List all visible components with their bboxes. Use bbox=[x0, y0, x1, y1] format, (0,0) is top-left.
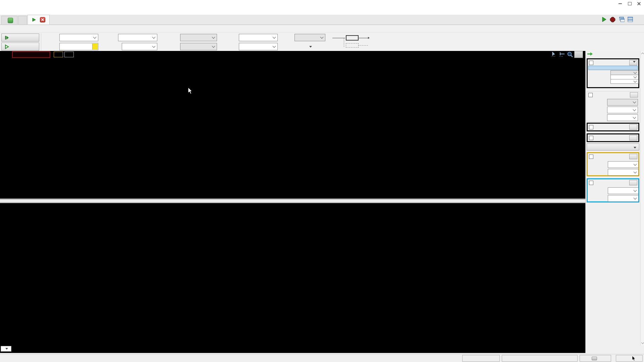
chevron-down-icon bbox=[634, 196, 637, 200]
network-play-icon bbox=[32, 18, 36, 22]
tile-windows-button[interactable] bbox=[626, 16, 634, 23]
close-button[interactable] bbox=[635, 1, 643, 7]
tab-network1[interactable] bbox=[28, 15, 50, 24]
relative-to-ref-option[interactable] bbox=[588, 66, 638, 70]
plot-header bbox=[0, 51, 585, 58]
title-bar bbox=[0, 0, 644, 7]
tile-icon bbox=[627, 17, 633, 22]
device-icon bbox=[592, 357, 597, 360]
channel2-offset-select[interactable] bbox=[608, 187, 639, 194]
run-button[interactable] bbox=[1, 43, 39, 51]
chevron-down-icon bbox=[633, 116, 636, 119]
sidebar-scrollbar[interactable] bbox=[640, 51, 644, 346]
decade-select[interactable] bbox=[122, 43, 157, 50]
stop-select[interactable] bbox=[59, 43, 98, 50]
chevron-down-icon bbox=[320, 36, 324, 39]
device-button[interactable] bbox=[502, 355, 578, 362]
pointer-tool-button[interactable] bbox=[551, 51, 558, 57]
chevron-down-icon bbox=[634, 75, 637, 78]
zoom-tool-button[interactable] bbox=[567, 51, 574, 57]
scroll-up-icon[interactable] bbox=[641, 53, 644, 55]
tab-close-icon[interactable] bbox=[40, 17, 45, 22]
chevron-down-icon bbox=[634, 147, 636, 148]
channel1-checkbox[interactable] bbox=[589, 155, 593, 159]
channel2-settings-button[interactable] bbox=[629, 180, 637, 185]
channel-sidebar bbox=[585, 51, 644, 353]
chevron-down-icon bbox=[152, 36, 156, 39]
tab-welcome[interactable] bbox=[1, 16, 17, 24]
amplitude-select[interactable] bbox=[239, 34, 278, 41]
custom-one-settings-button[interactable] bbox=[629, 124, 637, 130]
dut-dashed-wire bbox=[344, 38, 344, 47]
chevron-down-icon bbox=[634, 189, 637, 192]
offset-select[interactable] bbox=[239, 43, 278, 50]
tab-help[interactable] bbox=[18, 16, 27, 24]
bode-plot-area[interactable] bbox=[0, 51, 585, 353]
mouse-cursor bbox=[188, 87, 193, 95]
custom-one-checkbox[interactable] bbox=[589, 125, 593, 129]
options-dropdown-icon[interactable] bbox=[309, 46, 312, 48]
channel1-offset-select[interactable] bbox=[608, 161, 639, 168]
channel2-gain-select[interactable] bbox=[608, 195, 639, 202]
plot-settings-button[interactable] bbox=[574, 51, 583, 58]
run-all-button[interactable] bbox=[600, 16, 608, 23]
minimize-icon bbox=[619, 3, 622, 4]
steps-select[interactable] bbox=[118, 34, 157, 41]
toolbar-separator bbox=[41, 33, 41, 51]
app-options-button[interactable] bbox=[635, 16, 643, 23]
mouse-cursor-2 bbox=[632, 356, 636, 361]
custom-two-settings-button[interactable] bbox=[629, 135, 637, 140]
tab-bar bbox=[0, 15, 644, 25]
close-icon bbox=[637, 2, 641, 5]
magnitude-checkbox[interactable] bbox=[589, 61, 593, 65]
chevron-down-icon bbox=[634, 163, 637, 166]
channel1-settings-button[interactable] bbox=[629, 154, 637, 159]
top-select[interactable] bbox=[610, 75, 639, 79]
maximize-button[interactable] bbox=[625, 1, 634, 7]
channel1-gain-select[interactable] bbox=[608, 169, 639, 176]
spectrum-select[interactable] bbox=[588, 83, 638, 88]
zoom-tool-icon bbox=[567, 51, 574, 58]
waveforms-window bbox=[0, 0, 644, 362]
green-arrow-icon[interactable] bbox=[587, 52, 593, 56]
phase-plot[interactable] bbox=[0, 203, 577, 344]
stop-all-button[interactable] bbox=[609, 16, 616, 23]
source-select[interactable] bbox=[180, 34, 217, 41]
version-button[interactable] bbox=[580, 355, 611, 362]
dut-diagram bbox=[330, 33, 377, 51]
minimize-button[interactable] bbox=[616, 1, 625, 7]
start-select[interactable] bbox=[59, 34, 98, 41]
warning-icon bbox=[92, 44, 98, 50]
scroll-down-icon[interactable] bbox=[641, 341, 644, 344]
channel1-badge[interactable] bbox=[54, 52, 63, 57]
add-channel-button[interactable] bbox=[587, 143, 639, 150]
units-select[interactable] bbox=[610, 70, 639, 75]
cascade-windows-button[interactable] bbox=[618, 16, 625, 23]
chevron-down-icon bbox=[152, 45, 156, 48]
manual-trigger-button[interactable] bbox=[462, 355, 500, 362]
tabbar-quick-icons bbox=[600, 16, 643, 23]
single-button[interactable] bbox=[1, 34, 39, 42]
measure-tool-button[interactable] bbox=[559, 51, 566, 57]
scale-select[interactable] bbox=[294, 34, 325, 41]
range-select[interactable] bbox=[607, 114, 638, 121]
dut2-box bbox=[346, 43, 359, 48]
x-axis-button[interactable] bbox=[1, 346, 11, 352]
bottom-select[interactable] bbox=[610, 79, 639, 84]
custom-two-checkbox[interactable] bbox=[589, 136, 593, 140]
magnitude-plot[interactable] bbox=[0, 58, 577, 198]
ref-select[interactable] bbox=[607, 99, 638, 106]
add-tab-icon[interactable] bbox=[8, 18, 13, 23]
single-icon bbox=[4, 35, 9, 40]
phase-settings-button[interactable] bbox=[630, 92, 638, 98]
channel2-checkbox[interactable] bbox=[589, 181, 593, 185]
mode-select[interactable] bbox=[180, 43, 217, 50]
dut-dashed-wire bbox=[359, 45, 368, 46]
channel2-badge[interactable] bbox=[64, 52, 74, 57]
phase-offset-select[interactable] bbox=[607, 107, 638, 113]
chevron-down-icon bbox=[633, 108, 636, 111]
dut-wire bbox=[359, 38, 368, 38]
plot-splitter[interactable] bbox=[0, 198, 585, 203]
status-ok-button[interactable] bbox=[616, 355, 643, 362]
phase-checkbox[interactable] bbox=[588, 93, 593, 97]
